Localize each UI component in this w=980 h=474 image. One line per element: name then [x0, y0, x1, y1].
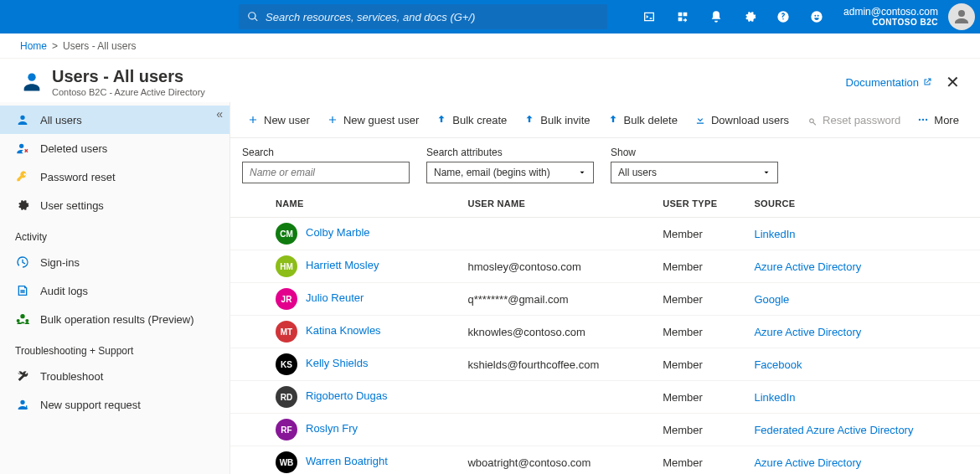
table-row[interactable]: RDRigoberto DugasMemberLinkedIn	[230, 381, 980, 414]
breadcrumb-separator: >	[52, 40, 58, 52]
sidebar-item-label: Bulk operation results (Preview)	[40, 313, 194, 326]
user-source-link[interactable]: LinkedIn	[754, 228, 795, 240]
user-source-link[interactable]: Azure Active Directory	[754, 260, 861, 273]
breadcrumb: Home > Users - All users	[0, 33, 980, 59]
users-table: NAME USER NAME USER TYPE SOURCE CMColby …	[230, 190, 980, 474]
toolbar: New user New guest user Bulk create Bulk…	[230, 102, 980, 138]
user-source-link[interactable]: Federated Azure Active Directory	[754, 424, 913, 436]
col-usertype[interactable]: USER TYPE	[656, 190, 747, 218]
bulk-delete-button[interactable]: Bulk delete	[599, 107, 686, 132]
sidebar-item-sign-ins[interactable]: Sign-ins	[0, 248, 230, 276]
directory-filter-icon[interactable]	[666, 0, 699, 33]
top-bar: admin@contoso.com CONTOSO B2C	[0, 0, 980, 33]
sidebar-item-label: Audit logs	[40, 285, 88, 297]
sidebar-item-password-reset[interactable]: Password reset	[0, 162, 230, 191]
bulk-create-button[interactable]: Bulk create	[427, 107, 515, 132]
users-blade-icon	[20, 70, 44, 94]
help-icon[interactable]	[766, 0, 800, 33]
user-source-link[interactable]: Facebook	[754, 358, 802, 371]
user-username	[461, 414, 656, 446]
user-source-link[interactable]: Azure Active Directory	[754, 456, 861, 469]
table-row[interactable]: JRJulio Reuterq********@gmail.comMemberG…	[230, 283, 980, 316]
filters-row: Search Search attributes Name, email (be…	[230, 138, 980, 190]
close-blade-button[interactable]: ✕	[946, 72, 960, 92]
new-guest-user-button[interactable]: New guest user	[318, 107, 427, 132]
notifications-icon[interactable]	[699, 0, 733, 33]
page-header: Users - All users Contoso B2C - Azure Ac…	[0, 59, 980, 102]
col-source[interactable]: SOURCE	[747, 190, 980, 218]
user-type: Member	[656, 446, 747, 475]
more-button[interactable]: More	[909, 107, 967, 132]
account-info[interactable]: admin@contoso.com CONTOSO B2C	[833, 6, 943, 28]
user-source-link[interactable]: LinkedIn	[754, 391, 795, 404]
global-search-input[interactable]	[266, 11, 599, 23]
documentation-link[interactable]: Documentation	[846, 76, 932, 89]
sidebar-item-user-settings[interactable]: User settings	[0, 191, 230, 219]
sidebar-item-new-support-request[interactable]: New support request	[0, 390, 230, 419]
user-icon	[15, 112, 30, 127]
collapse-sidebar-button[interactable]: «	[216, 107, 223, 121]
user-username: kshields@fourthcoffee.com	[461, 348, 656, 381]
sidebar-item-audit-logs[interactable]: Audit logs	[0, 276, 230, 305]
sidebar-item-troubleshoot[interactable]: Troubleshoot	[0, 362, 230, 390]
chevron-down-icon	[762, 168, 771, 177]
table-row[interactable]: RFRoslyn FryMemberFederated Azure Active…	[230, 414, 980, 446]
user-username	[461, 381, 656, 414]
user-source-link[interactable]: Azure Active Directory	[754, 326, 861, 338]
sidebar-item-label: Sign-ins	[40, 256, 80, 269]
user-source-link[interactable]: Google	[754, 293, 789, 306]
cloud-shell-icon[interactable]	[632, 0, 666, 33]
user-avatar: WB	[276, 451, 297, 473]
user-type: Member	[656, 283, 747, 316]
user-avatar: JR	[276, 288, 297, 310]
user-avatar: CM	[276, 223, 297, 245]
user-name-link[interactable]: Warren Boatright	[306, 455, 388, 467]
user-name-link[interactable]: Colby Marble	[306, 226, 370, 239]
user-avatar: MT	[276, 321, 297, 343]
breadcrumb-home[interactable]: Home	[20, 40, 47, 52]
user-avatar: HM	[276, 255, 297, 277]
download-users-button[interactable]: Download users	[686, 107, 797, 132]
sidebar-item-deleted-users[interactable]: Deleted users	[0, 134, 230, 162]
user-type: Member	[656, 348, 747, 381]
settings-gear-icon[interactable]	[733, 0, 766, 33]
user-del-icon	[15, 141, 30, 156]
search-users-input[interactable]	[242, 162, 410, 183]
user-name-link[interactable]: Kelly Shields	[306, 357, 368, 369]
global-search[interactable]	[239, 4, 607, 29]
feedback-icon[interactable]	[800, 0, 833, 33]
table-row[interactable]: HMHarriett Mosleyhmosley@contoso.comMemb…	[230, 250, 980, 283]
col-username[interactable]: USER NAME	[461, 190, 656, 218]
sidebar-item-label: All users	[40, 114, 82, 126]
sidebar-item-label: Troubleshoot	[40, 370, 103, 383]
table-row[interactable]: WBWarren Boatrightwboatright@contoso.com…	[230, 446, 980, 475]
user-name-link[interactable]: Roslyn Fry	[306, 422, 358, 435]
col-name[interactable]: NAME	[230, 190, 461, 218]
sidebar-item-bulk-operation-results-preview-[interactable]: Bulk operation results (Preview)	[0, 305, 230, 333]
user-name-link[interactable]: Rigoberto Dugas	[306, 389, 388, 402]
table-row[interactable]: MTKatina Knowleskknowles@contoso.comMemb…	[230, 316, 980, 348]
search-attributes-select[interactable]: Name, email (begins with)	[426, 162, 594, 183]
wrench-icon	[15, 368, 30, 384]
user-name-link[interactable]: Harriett Mosley	[306, 259, 379, 271]
user-username	[461, 218, 656, 250]
new-user-button[interactable]: New user	[239, 107, 318, 132]
user-username: hmosley@contoso.com	[461, 250, 656, 283]
search-attributes-label: Search attributes	[426, 147, 594, 158]
breadcrumb-current: Users - All users	[63, 40, 136, 52]
bulk-invite-button[interactable]: Bulk invite	[515, 107, 598, 132]
svg-point-1	[922, 119, 924, 121]
user-name-link[interactable]: Katina Knowles	[306, 324, 381, 337]
sidebar-item-all-users[interactable]: All users	[0, 106, 230, 134]
account-avatar[interactable]	[948, 3, 975, 30]
sidebar-heading-troubleshoot: Troubleshooting + Support	[0, 333, 230, 362]
topbar-icons	[632, 0, 833, 33]
gear-icon	[15, 198, 30, 213]
show-filter-select[interactable]: All users	[611, 162, 778, 183]
user-name-link[interactable]: Julio Reuter	[306, 291, 364, 304]
table-row[interactable]: CMColby MarbleMemberLinkedIn	[230, 218, 980, 250]
bulk-icon	[15, 312, 30, 327]
user-type: Member	[656, 316, 747, 348]
user-username: q********@gmail.com	[461, 283, 656, 316]
table-row[interactable]: KSKelly Shieldskshields@fourthcoffee.com…	[230, 348, 980, 381]
